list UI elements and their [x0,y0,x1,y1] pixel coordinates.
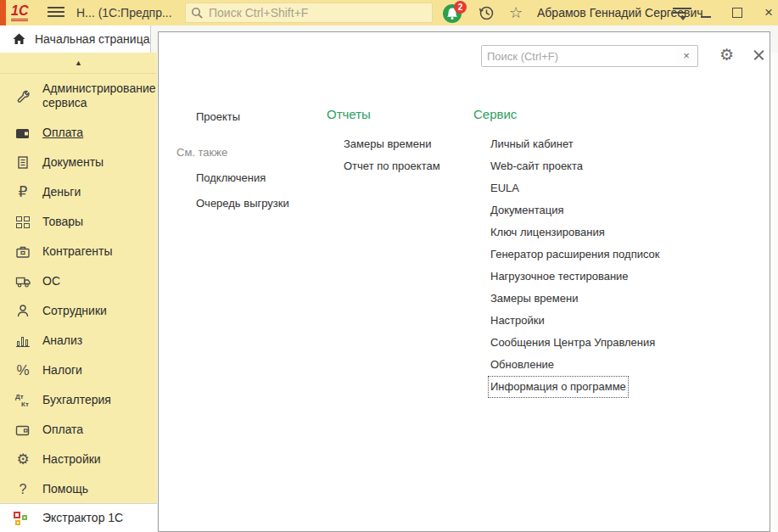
window-title: Н... (1С:Предпр... [76,6,172,20]
menu-item-obnovlenie[interactable]: Обновление [490,356,554,373]
sidebar-item-label: Помощь [42,474,88,504]
sidebar-item-nalogi[interactable]: % Налоги [0,356,157,385]
sections-sidebar: ▲ Администрирование сервиса Оплата Докум… [0,53,157,503]
history-icon [478,4,495,22]
menu-item-nagruzochnoe-testirovanie[interactable]: Нагрузочное тестирование [490,268,629,285]
close-icon: × [764,4,773,20]
sidebar-item-label: Товары [42,207,83,237]
wallet-outline-icon [14,422,31,439]
sidebar-item-dengi[interactable]: ₽ Деньги [0,177,157,207]
sidebar-item-label: Контрагенты [42,237,112,266]
sidebar-item-administrirovanie[interactable]: Администрирование сервиса [0,74,157,118]
search-icon [191,7,204,20]
sidebar-item-sotrudniki[interactable]: Сотрудники [0,296,157,326]
menu-item-nastroyki-service[interactable]: Настройки [490,312,545,329]
gear-icon: ⚙ [719,46,734,64]
sidebar-item-label: Бухгалтерия [42,385,111,415]
collapse-panel-button[interactable]: ▲ [0,53,157,74]
chevron-down-icon [680,16,686,20]
menu-item-lichnyy-kabinet[interactable]: Личный кабинет [490,136,574,153]
briefcase-icon [14,244,31,260]
menu-item-eula[interactable]: EULA [490,180,519,197]
person-icon [14,303,31,320]
sidebar-item-label: Оплата [42,415,83,445]
title-bar: 1С Н... (1С:Предпр... Поиск Ctrl+Shift+F… [0,0,778,25]
maximize-icon [732,8,742,18]
menu-item-proekty[interactable]: Проекты [196,109,240,126]
history-button[interactable] [478,4,495,22]
menu-item-zamery-vremeni-service[interactable]: Замеры времени [490,290,578,307]
wrench-icon [14,87,31,104]
see-also-header: См. также [176,144,321,161]
menu-item-podklyucheniya[interactable]: Подключения [196,170,266,187]
menu-item-klyuch-licenzirovaniya[interactable]: Ключ лицензирования [490,224,605,241]
sidebar-item-pomosch[interactable]: ? Помощь [0,474,157,504]
menu-item-ochered-vygruzki[interactable]: Очередь выгрузки [196,195,289,212]
app-window: 1С Н... (1С:Предпр... Поиск Ctrl+Shift+F… [0,0,778,532]
search-placeholder: Поиск Ctrl+Shift+F [209,6,308,20]
sidebar-item-label: Оплата [42,118,83,148]
gear-icon: ⚙ [14,451,31,468]
notification-badge: 2 [454,1,467,14]
sidebar-item-extraktor-1c[interactable]: Экстрактор 1С [0,503,157,532]
service-header: Сервис [473,105,694,124]
menu-item-soobscheniya-centra-upravleniya[interactable]: Сообщения Центра Управления [490,334,655,351]
minimize-button[interactable] [691,0,720,25]
notifications-button[interactable]: 2 [443,3,468,25]
sidebar-item-label: Анализ [42,326,82,356]
minimize-icon [701,16,711,18]
sidebar-item-oplata-2[interactable]: Оплата [0,415,157,445]
sidebar-item-tovary[interactable]: Товары [0,207,157,237]
bar-chart-icon [14,333,31,350]
panel-search-clear-button[interactable]: × [675,45,698,67]
star-icon: ☆ [509,4,523,21]
panel-settings-button[interactable]: ⚙ [719,43,734,67]
sidebar-item-analiz[interactable]: Анализ [0,326,157,356]
sidebar-item-dokumenty[interactable]: Документы [0,148,157,177]
menu-item-otchet-po-proektam[interactable]: Отчет по проектам [344,158,440,175]
sidebar-item-oplata[interactable]: Оплата [0,118,157,148]
panel-search-input[interactable]: Поиск (Ctrl+F) [481,45,676,67]
main-menu-button[interactable] [48,7,64,19]
sidebar-item-label: Настройки [42,445,101,474]
close-window-button[interactable]: × [754,0,778,25]
sidebar-item-label: Деньги [42,177,81,207]
home-icon [12,32,26,46]
wallet-icon [14,125,31,142]
panel-search-placeholder: Поиск (Ctrl+F) [487,50,558,63]
truck-icon [14,273,31,290]
tab-home-page[interactable]: Начальная страница [0,25,151,53]
document-icon [14,154,31,171]
menu-item-dokumentaciya[interactable]: Документация [490,202,564,219]
sidebar-item-kontragenty[interactable]: Контрагенты [0,237,157,266]
sidebar-item-nastroyki[interactable]: ⚙ Настройки [0,445,157,474]
brand-strip [0,0,6,25]
favorites-button[interactable]: ☆ [509,3,523,23]
reports-header: Отчеты [327,105,471,124]
ruble-icon: ₽ [14,184,31,201]
tools-settings-button[interactable] [673,8,691,20]
sidebar-item-label: Сотрудники [42,296,107,326]
column-reports: Отчеты Замеры времени Отчет по проектам [327,105,471,180]
panel-close-button[interactable] [749,45,770,65]
dt-kt-icon: ДтКт [14,392,31,409]
collapse-arrow-icon: ▲ [75,59,82,67]
sidebar-item-os[interactable]: ОС [0,266,157,296]
menu-item-web-sayt-proekta[interactable]: Web-сайт проекта [490,158,583,175]
sidebar-item-label: Администрирование сервиса [42,74,156,118]
column-projects: Проекты См. также Подключения Очередь вы… [176,109,321,221]
column-service: Сервис Личный кабинет Web-сайт проекта E… [473,105,694,400]
sidebar-item-label: Налоги [42,356,82,385]
menu-item-generator-rasshireniya-podpisok[interactable]: Генератор расширения подписок [490,246,660,263]
sidebar-item-label: Документы [42,148,104,177]
goods-grid-icon [14,214,31,231]
sidebar-item-buhgalteriya[interactable]: ДтКт Бухгалтерия [0,385,157,415]
menu-item-informaciya-o-programme[interactable]: Информация о программе [490,378,626,395]
maximize-button[interactable] [723,0,752,25]
extractor-icon [13,510,30,527]
global-search-input[interactable]: Поиск Ctrl+Shift+F [185,3,433,23]
question-icon: ? [14,481,31,498]
sidebar-item-label: Экстрактор 1С [42,511,123,525]
tab-home-label: Начальная страница [35,32,149,46]
menu-item-zamery-vremeni[interactable]: Замеры времени [344,136,431,153]
